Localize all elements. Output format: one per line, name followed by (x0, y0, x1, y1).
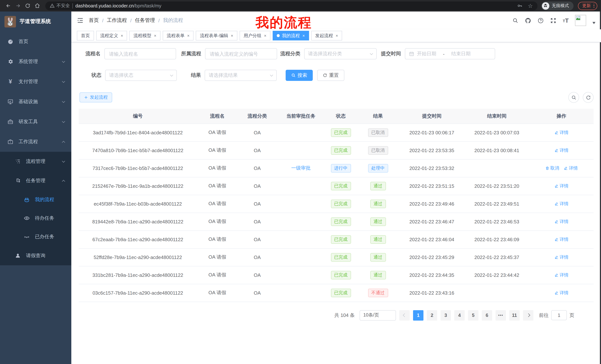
tab-home[interactable]: 首页 (77, 31, 94, 40)
edit-icon (554, 273, 559, 277)
sidebar-item-process-mgmt[interactable]: 流程管理 (0, 152, 71, 171)
close-icon[interactable]: × (121, 33, 123, 38)
close-icon[interactable]: × (154, 33, 156, 38)
avatar[interactable] (575, 15, 586, 26)
close-icon[interactable]: × (231, 33, 233, 38)
sidebar-item-done-tasks[interactable]: 已办任务 (0, 228, 71, 246)
bookmark-star-icon[interactable]: ☆ (528, 3, 533, 9)
goto-page-input[interactable] (551, 310, 567, 320)
sidebar-item-home[interactable]: 首页 (0, 31, 71, 52)
reset-button[interactable]: 重置 (317, 70, 344, 81)
next-page-button[interactable] (523, 310, 533, 320)
page-size-select[interactable]: 10条/页 (360, 310, 396, 320)
show-search-button[interactable] (568, 92, 579, 103)
address-divider (72, 3, 73, 8)
detail-action[interactable]: 详情 (554, 218, 569, 225)
browser-update-button[interactable]: 更新 (578, 2, 597, 10)
more-pages-button[interactable]: ••• (496, 310, 506, 320)
browser-back-icon[interactable] (4, 1, 13, 10)
cell-submit-time: 2022-01-22 23:43:16 (399, 284, 464, 302)
page-button-4[interactable]: 4 (454, 310, 465, 320)
refresh-table-button[interactable] (583, 92, 594, 103)
close-icon[interactable]: × (264, 33, 267, 38)
sidebar-item-workflow[interactable]: 工作流程 (0, 132, 71, 152)
sidebar-toggle-icon[interactable] (77, 17, 84, 24)
cell-id: 2152467e-7b9b-11ec-9a1b-acde48001122 (79, 177, 197, 195)
detail-action[interactable]: 详情 (564, 165, 578, 171)
yen-icon: ¥ (7, 79, 13, 85)
page-button-3[interactable]: 3 (441, 310, 451, 320)
detail-action[interactable]: 详情 (554, 183, 569, 189)
security-warning[interactable]: 不安全 (50, 3, 70, 9)
breadcrumb-workflow[interactable]: 工作流程 (107, 17, 127, 24)
breadcrumb-home[interactable]: 首页 (89, 17, 99, 24)
status-select[interactable]: 请选择状态 (105, 70, 177, 81)
status-badge: 已完成 (331, 146, 351, 154)
category-select[interactable]: 请选择流程分类 (304, 48, 376, 59)
sidebar-item-system[interactable]: 系统管理 (0, 52, 71, 72)
sidebar-item-leave-query[interactable]: 请假查询 (0, 246, 71, 265)
sidebar-item-infra[interactable]: 基础设施 (0, 92, 71, 112)
close-icon[interactable]: × (336, 33, 338, 38)
breadcrumb-task-mgmt[interactable]: 任务管理 (135, 17, 155, 24)
close-icon[interactable]: × (187, 33, 190, 38)
page-button-1[interactable]: 1 (413, 310, 423, 320)
avatar-caret-icon[interactable] (592, 22, 595, 24)
address-bar[interactable]: 不安全 dashboard.yudao.iocoder.cn/bpm/task/… (45, 1, 537, 10)
cell-submit-time: 2022-01-23 00:06:17 (399, 124, 464, 141)
tab-start-process[interactable]: 发起流程× (311, 31, 342, 40)
process-name-input[interactable] (108, 51, 172, 57)
start-process-button[interactable]: 发起流程 (80, 92, 112, 102)
close-icon[interactable]: × (302, 33, 305, 38)
sidebar-item-my-process[interactable]: 我的流程 (0, 190, 71, 209)
cell-id: 03c6c157-7b9a-11ec-a290-acde48001122 (79, 284, 197, 302)
gear-icon (7, 59, 13, 65)
key-icon[interactable] (517, 3, 523, 9)
sidebar-item-todo-tasks[interactable]: 待办任务 (0, 209, 71, 228)
task-link[interactable]: 一级审批 (291, 165, 311, 171)
cell-result: 处理中 (357, 159, 399, 177)
detail-action[interactable]: 详情 (554, 147, 569, 153)
page-button-11[interactable]: 11 (509, 310, 520, 320)
cell-name: OA 请假 (197, 141, 238, 159)
search-button[interactable]: 搜索 (286, 70, 313, 81)
table-header: 编号 流程名 流程分类 当前审批任务 状态 结果 提交时间 结束时间 操作 (79, 109, 594, 124)
search-icon[interactable] (512, 17, 519, 24)
detail-action[interactable]: 详情 (554, 272, 569, 278)
detail-action[interactable]: 详情 (554, 201, 569, 207)
parent-process-input[interactable] (209, 51, 273, 57)
detail-action[interactable]: 详情 (554, 129, 569, 136)
detail-action[interactable]: 详情 (554, 236, 569, 242)
app-logo[interactable]: 🐰 芋道管理系统 (0, 11, 71, 31)
github-icon[interactable] (525, 17, 531, 24)
browser-reload-icon[interactable] (23, 1, 32, 10)
result-select[interactable]: 请选择流结果 (205, 70, 277, 81)
font-size-icon[interactable]: TT (563, 18, 569, 23)
page-button-6[interactable]: 6 (482, 310, 492, 320)
col-actions: 操作 (529, 109, 594, 124)
submit-time-range-picker[interactable]: 开始日期 - 结束日期 (405, 48, 495, 59)
browser-home-icon[interactable] (33, 1, 42, 10)
prev-page-button[interactable] (399, 310, 410, 320)
edit-icon (554, 148, 559, 152)
detail-action[interactable]: 详情 (554, 290, 569, 296)
cell-category: OA (238, 124, 277, 141)
fullscreen-icon[interactable] (550, 17, 556, 24)
tab-user-group[interactable]: 用户分组× (240, 31, 270, 40)
tab-my-process[interactable]: 我的流程× (273, 31, 309, 40)
tab-process-form-edit[interactable]: 流程表单-编辑× (196, 31, 237, 40)
detail-action[interactable]: 详情 (554, 254, 569, 260)
help-icon[interactable] (538, 17, 544, 24)
browser-forward-icon[interactable] (13, 1, 22, 10)
cancel-action[interactable]: 取消 (545, 165, 559, 171)
page-button-5[interactable]: 5 (468, 310, 478, 320)
browser-chrome: 不安全 dashboard.yudao.iocoder.cn/bpm/task/… (0, 0, 601, 11)
sidebar-item-devtools[interactable]: 研发工具 (0, 112, 71, 132)
browser-menu-icon[interactable] (593, 4, 594, 8)
tab-process-model[interactable]: 流程模型× (130, 31, 160, 40)
tab-process-definition[interactable]: 流程定义× (96, 31, 127, 40)
sidebar-item-task-mgmt[interactable]: 任务管理 (0, 171, 71, 190)
tab-process-form[interactable]: 流程表单× (163, 31, 194, 40)
sidebar-item-payment[interactable]: ¥ 支付管理 (0, 72, 71, 92)
page-button-2[interactable]: 2 (427, 310, 437, 320)
